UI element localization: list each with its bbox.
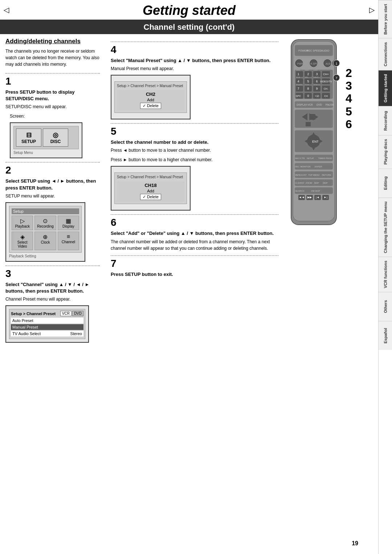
mp-add1: Add — [147, 98, 154, 102]
step1-body: SETUP/DISC menu will appear. — [5, 103, 100, 110]
svg-text:4: 4 — [297, 80, 299, 83]
svg-text:AUDIO: AUDIO — [321, 49, 330, 52]
cp-tabs: VCR DVD — [60, 311, 83, 316]
svg-text:PWR: PWR — [297, 62, 303, 65]
step4-separator — [111, 41, 278, 42]
step5-number: 5 — [111, 126, 278, 137]
pb-display: ▦Display — [58, 216, 79, 230]
svg-text:CLR/RST: CLR/RST — [295, 182, 305, 184]
playback-screen: Setup ▷Playback ⊙Recording ▦Display ◈Sel… — [9, 206, 82, 253]
svg-text:|◄: |◄ — [316, 196, 319, 199]
step5-separator — [111, 123, 278, 124]
svg-text:DEF: DEF — [305, 69, 309, 71]
pb-disp-icon: ▦ — [60, 217, 77, 224]
cp-tab-dvd: DVD — [72, 311, 83, 316]
svg-text:ENTER: ENTER — [315, 166, 322, 168]
step1-header: Press SETUP button to display SETUP/DISC… — [5, 89, 100, 102]
step6-body: The channel number will be added or dele… — [111, 239, 278, 252]
playback-grid: ▷Playback ⊙Recording ▦Display ◈SelectVid… — [12, 216, 79, 250]
svg-text:1: 1 — [335, 62, 337, 65]
setup-menu-caption: Setup Menu — [13, 151, 79, 155]
cp-row-tv-audio: TV Audio Select Stereo — [11, 331, 83, 337]
pb-clock-icon: ⊕ — [36, 233, 54, 240]
setup-icon: ⊟ — [20, 131, 37, 139]
mp-delete2: ✓ Delete — [140, 194, 161, 200]
manual-preset-screen1-mockup: Setup > Channel Preset > Manual Preset C… — [111, 75, 191, 119]
sidebar-tab-recording[interactable]: Recording — [379, 106, 392, 135]
intro-text: The channels you no longer receive or se… — [5, 48, 100, 68]
pb-play-icon: ▷ — [13, 217, 31, 224]
svg-text:CH: CH — [324, 95, 328, 97]
sidebar-tab-playing-discs[interactable]: Playing discs — [379, 135, 392, 168]
pb-ch-icon: ≡ — [60, 233, 77, 240]
svg-text:JKL: JKL — [305, 76, 309, 78]
svg-text:SEARCH: SEARCH — [295, 190, 304, 192]
svg-text:PAUSE: PAUSE — [326, 103, 334, 106]
svg-text:CM SKIP: CM SKIP — [311, 190, 320, 192]
sidebar-tab-vcr-functions[interactable]: VCR functions — [379, 257, 392, 292]
right-step-3: 3 — [346, 80, 352, 92]
sidebar-tab-editing[interactable]: Editing — [379, 168, 392, 197]
svg-text:7: 7 — [297, 87, 299, 90]
step3-header: Select "Channel" using ▲ / ▼ / ◄ / ► but… — [5, 281, 100, 294]
step7-header: Press SETUP button to exit. — [111, 271, 278, 278]
middle-column: 4 Select "Manual Preset" using ▲ / ▼ but… — [105, 34, 284, 554]
pb-channel: ≡Channel — [58, 232, 79, 250]
setup-disc-content: ⊟ SETUP ◎ DISC — [13, 126, 79, 149]
svg-text:TIMER PROG: TIMER PROG — [318, 157, 332, 159]
svg-text:9: 9 — [316, 87, 318, 90]
svg-text:8: 8 — [307, 87, 309, 90]
step2-separator — [5, 162, 100, 163]
remote-svg: POWER REC SPEED AUDIO PWR R.SPD AUD O/C — [286, 38, 342, 227]
cp-row-manual-preset: Manual Preset — [11, 324, 83, 330]
step6-separator — [111, 214, 278, 215]
sidebar-tab-changing-setup[interactable]: Changing the SETUP menu — [379, 197, 392, 257]
playback-screen-mockup: Setup ▷Playback ⊙Recording ▦Display ◈Sel… — [5, 202, 85, 262]
right-sidebar: Before you start Connections Getting sta… — [378, 0, 392, 554]
svg-rect-66 — [306, 122, 311, 126]
remote-step-wrapper: POWER REC SPEED AUDIO PWR R.SPD AUD O/C — [286, 38, 376, 228]
channel-preset-screen-mockup: Setup > Channel Preset VCR DVD Auto Pres… — [5, 305, 89, 343]
mp-add2: Add — [147, 189, 154, 193]
svg-text:VIDEO/TV: VIDEO/TV — [320, 80, 332, 83]
subtitle-bar: Channel setting (cont'd) — [0, 20, 378, 34]
page-title: Getting started — [7, 3, 371, 18]
setup-disc-screen: ⊟ SETUP ◎ DISC Setup Menu — [10, 122, 82, 158]
right-step-4: 4 — [346, 92, 352, 105]
svg-text:ABC: ABC — [296, 69, 301, 71]
step2-body: SETUP menu will appear. — [5, 193, 100, 199]
manual-preset-screen1: Setup > Channel Preset > Manual Preset C… — [114, 81, 187, 113]
mp-header1: Setup > Channel Preset > Manual Preset — [117, 84, 184, 88]
sidebar-tab-others[interactable]: Others — [379, 292, 392, 321]
cp-tv-audio-value: Stereo — [70, 331, 82, 336]
step2-header: Select SETUP using ◄ / ► buttons, then p… — [5, 178, 100, 191]
svg-text:GHI: GHI — [314, 69, 318, 71]
setup-box: ⊟ SETUP — [16, 129, 41, 147]
sidebar-tab-before-you-start[interactable]: Before you start — [379, 0, 392, 38]
page-number: 19 — [268, 533, 358, 547]
pb-sv-icon: ◈ — [13, 233, 31, 240]
channel-preset-screen: Setup > Channel Preset VCR DVD Auto Pres… — [9, 309, 85, 339]
step7-number: 7 — [111, 258, 278, 269]
step5-header: Select the channel number to add or dele… — [111, 139, 278, 146]
svg-text:AUD: AUD — [326, 62, 331, 65]
mp-header2: Setup > Channel Preset > Manual Preset — [117, 175, 184, 179]
svg-text:TOP MENU: TOP MENU — [308, 174, 319, 176]
step3-separator — [5, 265, 100, 266]
sidebar-tab-getting-started[interactable]: Getting started — [379, 70, 392, 106]
sidebar-tab-espanol[interactable]: Español — [379, 321, 392, 350]
sidebar-tab-connections[interactable]: Connections — [379, 38, 392, 70]
svg-text:7: 7 — [335, 76, 337, 80]
cp-row-auto-preset: Auto Preset — [11, 318, 83, 323]
step6-number: 6 — [111, 217, 278, 228]
svg-text:WXYZ: WXYZ — [314, 83, 320, 86]
svg-text:ZOOM: ZOOM — [306, 182, 312, 184]
svg-text:R.SPD: R.SPD — [310, 62, 318, 65]
step3-body: Channel Preset menu will appear. — [5, 296, 100, 302]
pb-clock: ⊕Clock — [34, 232, 56, 250]
cp-tab-vcr: VCR — [60, 311, 72, 316]
mp-ch1: CH2 — [146, 91, 155, 97]
cp-title: Setup > Channel Preset — [11, 311, 56, 316]
svg-text:SETUP: SETUP — [307, 157, 314, 159]
mp-delete1: ✓ Delete — [140, 103, 161, 109]
